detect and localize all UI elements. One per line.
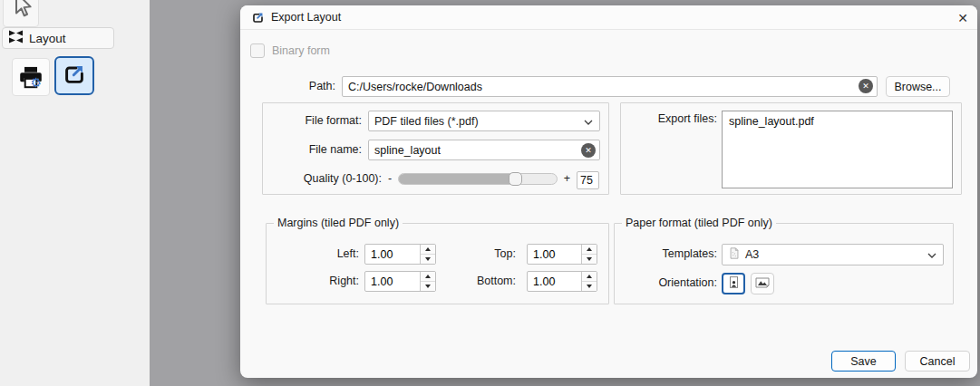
page-template-icon xyxy=(728,246,741,263)
chevron-down-icon xyxy=(927,248,936,261)
spin-up-button[interactable] xyxy=(421,272,435,282)
file-format-label: File format: xyxy=(263,114,362,127)
file-options-group: File format: PDF tiled files (*.pdf) Fil… xyxy=(262,102,609,195)
spin-up-button[interactable] xyxy=(421,245,435,255)
margins-group-title: Margins (tiled PDF only) xyxy=(274,217,403,229)
margin-top-input[interactable] xyxy=(528,245,581,264)
save-button[interactable]: Save xyxy=(831,351,896,372)
print-settings-button[interactable]: ⚙ xyxy=(12,58,50,96)
file-format-select[interactable]: PDF tiled files (*.pdf) xyxy=(368,111,600,131)
layout-button-label: Layout xyxy=(29,32,66,45)
file-name-input[interactable] xyxy=(368,140,600,160)
orientation-landscape-button[interactable] xyxy=(751,273,774,294)
margin-bottom-label: Bottom: xyxy=(439,275,516,287)
quality-slider[interactable] xyxy=(398,173,558,185)
margin-bottom-spinner[interactable] xyxy=(527,271,597,292)
list-item[interactable]: spline_layout.pdf xyxy=(723,111,952,131)
quality-value-input[interactable] xyxy=(577,171,599,189)
cursor-icon xyxy=(7,0,34,24)
export-layout-dialog: Export Layout ✕ Binary form Path: ✕ Brow… xyxy=(240,5,977,378)
margin-left-label: Left: xyxy=(267,247,359,260)
sidebar: Layout ⚙ xyxy=(0,0,150,386)
path-input[interactable] xyxy=(342,76,878,97)
margin-left-spinner[interactable] xyxy=(364,244,436,265)
spin-up-button[interactable] xyxy=(582,245,597,255)
spin-down-button[interactable] xyxy=(421,282,435,291)
margin-right-label: Right: xyxy=(267,275,359,287)
paper-format-group: Paper format (tiled PDF only) Templates:… xyxy=(614,223,954,304)
browse-button[interactable]: Browse... xyxy=(886,76,950,97)
margin-left-input[interactable] xyxy=(365,245,420,264)
select-tool-button[interactable] xyxy=(3,0,39,27)
close-icon[interactable]: ✕ xyxy=(954,9,972,27)
margin-right-spinner[interactable] xyxy=(364,271,436,292)
quality-slider-handle[interactable] xyxy=(509,172,522,186)
export-files-group: Export files: spline_layout.pdf xyxy=(620,102,962,195)
file-name-label: File name: xyxy=(263,143,362,156)
templates-label: Templates: xyxy=(615,247,717,260)
spin-up-button[interactable] xyxy=(582,272,597,282)
spin-down-button[interactable] xyxy=(582,255,597,264)
export-icon xyxy=(62,62,87,90)
quality-plus-button[interactable]: + xyxy=(563,172,571,185)
binary-form-label: Binary form xyxy=(272,44,330,57)
binary-form-checkbox[interactable] xyxy=(250,43,265,58)
quality-label: Quality (0-100): xyxy=(263,172,382,185)
paper-format-group-title: Paper format (tiled PDF only) xyxy=(622,217,776,229)
margin-bottom-input[interactable] xyxy=(528,272,581,291)
margins-group: Margins (tiled PDF only) Left: Top: Righ… xyxy=(266,223,609,304)
portrait-icon xyxy=(728,275,740,292)
quality-slider-fill xyxy=(399,174,518,184)
quality-minus-button[interactable]: - xyxy=(386,172,393,185)
dialog-titlebar[interactable]: Export Layout ✕ xyxy=(240,5,977,30)
printer-icon: ⚙ xyxy=(18,64,44,90)
clear-file-name-icon[interactable]: ✕ xyxy=(581,143,596,158)
margin-top-spinner[interactable] xyxy=(527,244,597,265)
layout-icon xyxy=(8,30,24,46)
export-files-list[interactable]: spline_layout.pdf xyxy=(722,111,953,188)
export-layout-button[interactable] xyxy=(54,56,94,95)
orientation-label: Orientation: xyxy=(615,276,717,289)
orientation-portrait-button[interactable] xyxy=(722,273,745,294)
file-format-value: PDF tiled files (*.pdf) xyxy=(374,115,479,128)
dialog-title: Export Layout xyxy=(271,5,341,30)
spin-down-button[interactable] xyxy=(421,255,435,264)
margin-right-input[interactable] xyxy=(365,272,420,291)
export-icon xyxy=(251,11,265,27)
path-label: Path: xyxy=(240,80,335,92)
spin-down-button[interactable] xyxy=(582,282,597,291)
clear-path-icon[interactable]: ✕ xyxy=(859,79,873,93)
chevron-down-icon xyxy=(584,115,593,128)
export-files-label: Export files: xyxy=(621,112,717,125)
gear-icon: ⚙ xyxy=(30,76,42,89)
templates-value: A3 xyxy=(745,248,759,261)
landscape-icon xyxy=(755,276,770,292)
templates-select[interactable]: A3 xyxy=(722,244,944,265)
margin-top-label: Top: xyxy=(439,247,516,260)
layout-button[interactable]: Layout xyxy=(2,27,114,49)
cancel-button[interactable]: Cancel xyxy=(905,351,970,372)
